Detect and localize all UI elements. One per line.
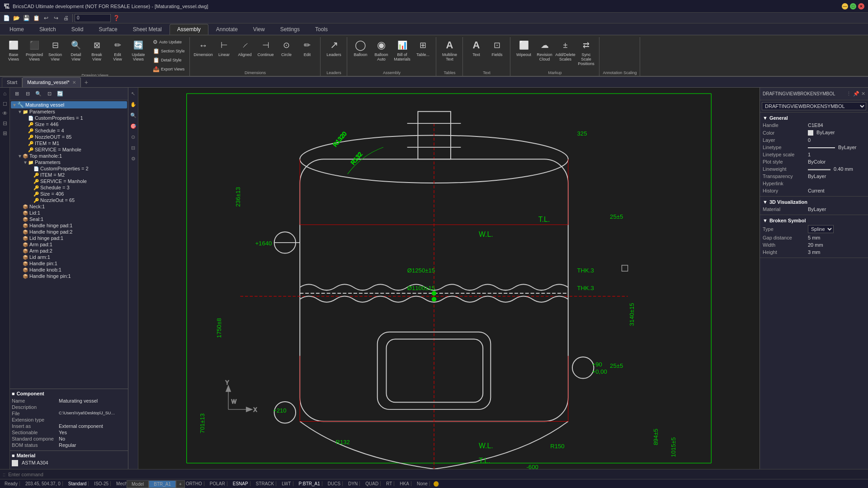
revision-cloud-button[interactable]: ☁ RevisionCloud xyxy=(535,38,555,62)
tree-item-root[interactable]: ▼ 🔧 Maturating vessel xyxy=(11,101,127,108)
tab-sketch[interactable]: Sketch xyxy=(32,24,64,35)
continue-button[interactable]: ⊣ Continue xyxy=(256,38,276,58)
minimize-button[interactable]: — xyxy=(842,3,848,9)
status-strack[interactable]: STRACK xyxy=(254,481,277,486)
tree-item-handle-knob[interactable]: 📦 Handle knob:1 xyxy=(11,267,127,273)
tab-sheet-metal[interactable]: Sheet Metal xyxy=(125,24,170,35)
redo-button[interactable]: ↪ xyxy=(52,14,61,23)
tree-item-nozzle2[interactable]: 🔑 NozzleOut = 65 xyxy=(11,197,127,203)
tree-item-item-m2[interactable]: 🔑 ITEM = M2 xyxy=(11,172,127,178)
canvas-icon-cursor[interactable]: ↖ xyxy=(129,89,137,98)
status-ortho[interactable]: ORTHO xyxy=(184,481,204,486)
filter-button[interactable]: ⊡ xyxy=(44,89,54,99)
tree-item-arm-pad2[interactable]: 📦 Arm pad:2 xyxy=(11,248,127,254)
tree-item-neck[interactable]: 📦 Neck:1 xyxy=(11,203,127,210)
add-tab-button[interactable]: + xyxy=(81,78,92,87)
refresh-button[interactable]: 🔄 xyxy=(55,89,65,99)
tree-item-lid[interactable]: 📦 Lid:1 xyxy=(11,210,127,216)
right-panel-pin-icon[interactable]: 📌 xyxy=(853,91,859,97)
canvas-icon-layers[interactable]: ⊟ xyxy=(129,144,137,152)
canvas-icon-orbit[interactable]: ⊙ xyxy=(129,133,137,141)
home-icon[interactable]: ⌂ xyxy=(1,89,9,98)
tab-tools[interactable]: Tools xyxy=(307,24,335,35)
tab-view[interactable]: View xyxy=(245,24,273,35)
tree-item-size[interactable]: 🔑 Size = 446 xyxy=(11,121,127,127)
tree-item-item-m1[interactable]: 🔑 ITEM = M1 xyxy=(11,140,127,146)
tree-item-handle-hinge2[interactable]: 📦 Handle hinge pad:2 xyxy=(11,229,127,235)
tree-item-handle-hinge1[interactable]: 📦 Handle hinge pad:1 xyxy=(11,222,127,229)
status-p-btr[interactable]: P:BTR_A1 xyxy=(297,481,322,486)
component-panel-header[interactable]: ■ Component xyxy=(12,391,126,396)
tab-start[interactable]: Start xyxy=(2,77,22,87)
tab-settings[interactable]: Settings xyxy=(273,24,307,35)
collapse-all-button[interactable]: ⊟ xyxy=(23,89,33,99)
canvas-icon-settings[interactable]: ⚙ xyxy=(129,155,137,163)
tree-item-service[interactable]: 🔑 SERVICE = Manhole xyxy=(11,146,127,153)
print-button[interactable]: 🖨 xyxy=(61,14,71,23)
section-style-button[interactable]: 📋 Section Style xyxy=(151,47,187,55)
fields-button[interactable]: ⊡ Fields xyxy=(487,38,507,58)
bill-of-materials-button[interactable]: 📊 Bill ofMaterials xyxy=(392,38,412,62)
status-lwt[interactable]: LWT xyxy=(280,481,293,486)
tab-annotate[interactable]: Annotate xyxy=(208,24,245,35)
auto-update-button[interactable]: ⚙ Auto Update xyxy=(151,38,184,46)
table-button[interactable]: ⊞ Table... xyxy=(413,38,433,58)
status-quad[interactable]: QUAD xyxy=(363,481,381,486)
tree-item-lid-hinge[interactable]: 📦 Lid hinge pad:1 xyxy=(11,235,127,241)
tab-solid[interactable]: Solid xyxy=(64,24,91,35)
tree-expand-top-manhole[interactable]: ▼ xyxy=(17,154,23,159)
properties-icon[interactable]: ⊞ xyxy=(1,129,9,137)
tree-item-lid-arm[interactable]: 📦 Lid arm:1 xyxy=(11,254,127,260)
tree-item-schedule2[interactable]: 🔑 Schedule = 3 xyxy=(11,184,127,191)
tab-maturating-close[interactable]: ✕ xyxy=(72,80,76,85)
btr-a1-tab[interactable]: BTR_A1 xyxy=(149,480,176,488)
detail-style-button[interactable]: 📋 Detail Style xyxy=(151,56,184,64)
edit-dim-button[interactable]: ✏ Edit xyxy=(297,38,317,58)
expand-all-button[interactable]: ⊞ xyxy=(12,89,22,99)
right-panel-menu-icon[interactable]: ⋮ xyxy=(846,91,851,97)
tree-item-custom-props2[interactable]: 📄 CustomProperties = 2 xyxy=(11,165,127,172)
aligned-button[interactable]: ⟋ Aligned xyxy=(235,38,255,58)
projected-views-button[interactable]: ⬛ ProjectedViews xyxy=(24,38,44,62)
tab-surface[interactable]: Surface xyxy=(91,24,125,35)
update-views-button[interactable]: 🔄 UpdateViews xyxy=(128,38,148,62)
search-button[interactable]: 🔍 xyxy=(33,89,43,99)
dimension-button[interactable]: ↔ Dimension xyxy=(193,38,213,58)
multiline-text-button[interactable]: A MultilineText xyxy=(440,38,460,62)
linear-button[interactable]: ⊢ Linear xyxy=(214,38,234,58)
canvas-icon-pan[interactable]: ✋ xyxy=(129,100,137,108)
entity-type-select[interactable]: DRAFTINGVIEWBROKENSYMBOL xyxy=(762,102,866,110)
base-views-button[interactable]: ⬜ BaseViews xyxy=(4,38,24,62)
leaders-button[interactable]: ↗ Leaders xyxy=(324,38,344,58)
prop-section-general-header[interactable]: ▼ General xyxy=(763,114,865,122)
canvas-icon-zoom[interactable]: 🔍 xyxy=(129,111,137,119)
section-view-button[interactable]: ⊟ SectionView xyxy=(45,38,65,62)
zoom-input[interactable] xyxy=(75,14,111,22)
tree-item-params2[interactable]: ▼ 📁 Parameters xyxy=(11,159,127,165)
status-esnap[interactable]: ESNAP xyxy=(231,481,250,486)
tree-item-custom-props[interactable]: 📄 CustomProperties = 1 xyxy=(11,115,127,121)
model-tab[interactable]: Model xyxy=(127,480,149,488)
status-hka[interactable]: HKA xyxy=(398,481,411,486)
layers-icon[interactable]: ⊟ xyxy=(1,119,9,127)
save-as-button[interactable]: 📋 xyxy=(32,14,41,23)
auto-balloon-button[interactable]: ◉ BalloonAuto xyxy=(372,38,392,62)
detail-view-button[interactable]: 🔍 DetailView xyxy=(66,38,86,62)
tree-expand-params1[interactable]: ▼ xyxy=(17,109,23,114)
tree-item-service2[interactable]: 🔑 SERVICE = Manhole xyxy=(11,178,127,184)
view-icon[interactable]: 👁 xyxy=(1,109,9,117)
status-iso25[interactable]: ISO-25 xyxy=(92,481,111,486)
command-input[interactable] xyxy=(8,472,865,477)
tree-item-seal[interactable]: 📦 Seal:1 xyxy=(11,216,127,222)
save-button[interactable]: 💾 xyxy=(22,14,31,23)
add-delete-scales-button[interactable]: ± Add/DeleteScales xyxy=(556,38,576,62)
prop-section-broken-symbol-header[interactable]: ▼ Broken Symbol xyxy=(763,217,865,224)
add-layout-button[interactable]: + xyxy=(176,480,185,488)
tree-item-size2[interactable]: 🔑 Size = 406 xyxy=(11,191,127,197)
prop-section-3d-viz-header[interactable]: ▼ 3D Visualization xyxy=(763,198,865,206)
tab-maturating[interactable]: Maturating_vessel* ✕ xyxy=(22,77,81,87)
status-standard[interactable]: Standard xyxy=(66,481,89,486)
wipeout-button[interactable]: ⬜ Wipeout xyxy=(514,38,534,58)
tree-expand-params2[interactable]: ▼ xyxy=(23,160,28,165)
edit-view-button[interactable]: ✏ EditView xyxy=(108,38,127,62)
